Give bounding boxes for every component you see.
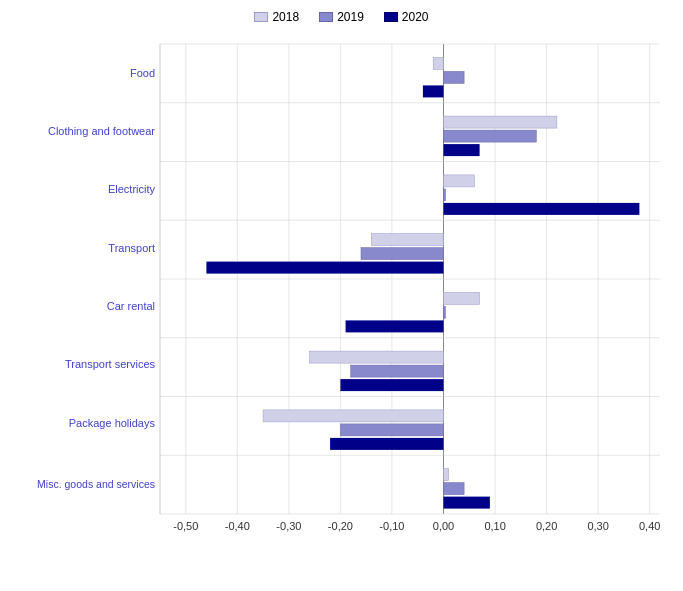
bar-transportservices-2018 [310,351,444,363]
bar-electricity-2018 [444,175,475,187]
xtick--010: -0,10 [379,520,404,532]
legend-label-2020: 2020 [402,10,429,24]
xtick-010: 0,10 [484,520,505,532]
bar-transport-2019 [361,248,444,260]
bar-carrental-2019 [444,306,446,318]
bar-misc-2019 [444,483,465,495]
legend-box-2019 [319,12,333,22]
ylabel-clothing: Clothing and footwear [48,125,155,137]
ylabel-packageholidays: Package holidays [69,417,156,429]
xtick--040: -0,40 [225,520,250,532]
ylabel-electricity: Electricity [108,183,156,195]
xtick-040: 0,40 [639,520,660,532]
xtick--050: -0,50 [173,520,198,532]
legend-box-2020 [384,12,398,22]
bar-transport-2018 [371,234,443,246]
legend-item-2020: 2020 [384,10,429,24]
bar-food-2020 [423,85,444,97]
bar-electricity-2019 [444,189,446,201]
bar-clothing-2020 [444,144,480,156]
bar-packageholidays-2018 [263,410,443,422]
chart-svg: Food Clothing and footwear Electricity T… [10,34,673,544]
bar-food-2018 [433,57,443,69]
bar-transportservices-2019 [351,365,444,377]
bar-misc-2020 [444,497,490,509]
bar-transportservices-2020 [340,379,443,391]
ylabel-food: Food [130,67,155,79]
bar-packageholidays-2020 [330,438,443,450]
xtick-030: 0,30 [587,520,608,532]
xtick-020: 0,20 [536,520,557,532]
chart-container: 2018 2019 2020 [0,0,683,591]
legend-item-2019: 2019 [319,10,364,24]
chart-legend: 2018 2019 2020 [10,10,673,24]
xtick--020: -0,20 [328,520,353,532]
bar-misc-2018 [444,469,449,481]
bar-clothing-2018 [444,116,557,128]
ylabel-misc: Misc. goods and services [37,478,155,490]
bar-electricity-2020 [444,203,640,215]
ylabel-transportservices: Transport services [65,358,156,370]
bar-packageholidays-2019 [340,424,443,436]
ylabel-transport: Transport [108,242,155,254]
legend-label-2018: 2018 [272,10,299,24]
xtick--030: -0,30 [276,520,301,532]
xtick-000: 0,00 [433,520,454,532]
bar-food-2019 [444,71,465,83]
ylabel-carrental: Car rental [107,300,155,312]
bar-transport-2020 [206,262,443,274]
bar-carrental-2020 [346,320,444,332]
bar-carrental-2018 [444,292,480,304]
chart-svg-area: Food Clothing and footwear Electricity T… [10,34,673,544]
legend-label-2019: 2019 [337,10,364,24]
legend-box-2018 [254,12,268,22]
legend-item-2018: 2018 [254,10,299,24]
bar-clothing-2019 [444,130,537,142]
